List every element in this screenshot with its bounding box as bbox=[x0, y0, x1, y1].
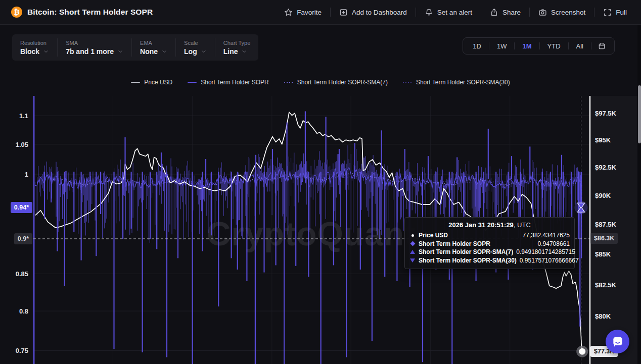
page-scrollbar[interactable] bbox=[637, 25, 641, 364]
tooltip-row: Short Term Holder SOPR-SMA(7)0.949180171… bbox=[409, 248, 570, 256]
right-axis[interactable]: $97.5K$95K$92.5K$90K$87.5K$85K$82.5K$80K… bbox=[589, 0, 641, 364]
legend-item-2[interactable]: Short Term Holder SOPR-SMA(7) bbox=[284, 79, 388, 86]
sopr-series-line bbox=[35, 168, 581, 207]
param-scale-dropdown[interactable]: ScaleLog bbox=[176, 34, 215, 61]
param-chart-type-dropdown[interactable]: Chart TypeLine bbox=[215, 34, 259, 61]
tooltip-row: Short Term Holder SOPR0.94708661 bbox=[409, 240, 570, 248]
action-favorite-button[interactable]: Favorite bbox=[283, 6, 323, 19]
tooltip-rows: Price USD77,382.43417625Short Term Holde… bbox=[409, 231, 570, 265]
tooltip-timezone: , UTC bbox=[514, 221, 531, 229]
param-value-text: Line bbox=[223, 47, 238, 56]
tooltip-series-value: 0.9491801714285715 bbox=[516, 248, 575, 256]
right-axis-tick: $92.5K bbox=[595, 164, 616, 171]
dashboard-add-icon bbox=[339, 8, 348, 17]
param-value: None bbox=[140, 47, 167, 56]
left-axis-tick: 0.8 bbox=[19, 307, 28, 315]
tooltip-series-value: 0.94708661 bbox=[538, 240, 570, 248]
action-label: Set an alert bbox=[437, 9, 472, 16]
legend-label: Short Term Holder SOPR-SMA(30) bbox=[416, 79, 510, 86]
header-actions: FavoriteAdd to DashboardSet an alertShar… bbox=[283, 6, 628, 19]
action-screenshot-button[interactable]: Screenshot bbox=[537, 6, 586, 19]
chart-tooltip: 2026 Jan 31 20:51:29, UTC Price USD77,38… bbox=[404, 217, 575, 269]
legend-swatch bbox=[188, 82, 197, 83]
param-value-text: Block bbox=[20, 47, 39, 56]
legend-item-3[interactable]: Short Term Holder SOPR-SMA(30) bbox=[403, 79, 510, 86]
legend-item-1[interactable]: Short Term Holder SOPR bbox=[188, 79, 269, 86]
tooltip-series-name: Short Term Holder SOPR-SMA(7) bbox=[419, 248, 513, 256]
param-value: Line bbox=[223, 47, 251, 56]
hourglass-cursor-icon bbox=[578, 203, 585, 212]
param-value: 7b and 1 more bbox=[66, 47, 123, 56]
right-axis-tick: $95K bbox=[595, 136, 611, 144]
legend-swatch bbox=[403, 82, 412, 83]
param-value-text: None bbox=[140, 47, 158, 56]
header-divider bbox=[481, 8, 481, 17]
right-axis-tick: $90K bbox=[595, 192, 611, 199]
left-axis-tick: 0.85 bbox=[16, 270, 28, 278]
param-label: EMA bbox=[140, 40, 167, 46]
range-1d-button[interactable]: 1D bbox=[465, 38, 489, 54]
price-last-marker bbox=[579, 348, 585, 355]
calendar-icon bbox=[598, 42, 606, 50]
param-resolution-dropdown[interactable]: ResolutionBlock bbox=[12, 34, 57, 61]
caret-down-icon bbox=[161, 48, 167, 55]
param-ema-dropdown[interactable]: EMANone bbox=[132, 34, 175, 61]
header-divider bbox=[416, 8, 416, 17]
legend-swatch bbox=[284, 82, 293, 83]
dot-marker-icon bbox=[409, 234, 416, 237]
right-axis-tick: $87.5K bbox=[595, 221, 616, 228]
param-label: Chart Type bbox=[223, 40, 251, 46]
left-axis-tick: 1 bbox=[25, 171, 28, 178]
param-label: Resolution bbox=[20, 40, 49, 46]
param-value: Log bbox=[184, 47, 207, 56]
left-axis-badge-current: 0.94* bbox=[11, 202, 32, 213]
share-icon bbox=[490, 8, 498, 17]
chart-title-group: ₿ Bitcoin: Short Term Holder SOPR bbox=[11, 7, 153, 18]
action-label: Add to Dashboard bbox=[352, 9, 407, 16]
left-axis-tick: 0.75 bbox=[16, 347, 28, 354]
action-share-button[interactable]: Share bbox=[489, 6, 522, 19]
page-title: Bitcoin: Short Term Holder SOPR bbox=[27, 8, 153, 17]
caret-down-icon bbox=[241, 48, 247, 55]
legend-swatch bbox=[131, 82, 140, 83]
range-ytd-button[interactable]: YTD bbox=[540, 38, 568, 54]
tooltip-series-name: Short Term Holder SOPR-SMA(30) bbox=[419, 256, 517, 265]
param-value-text: Log bbox=[184, 47, 197, 56]
scrollbar-thumb[interactable] bbox=[638, 85, 641, 143]
tooltip-row: Short Term Holder SOPR-SMA(30)0.95175710… bbox=[409, 256, 570, 265]
calendar-button[interactable] bbox=[591, 42, 612, 50]
tooltip-row: Price USD77,382.43417625 bbox=[409, 231, 570, 240]
tooltip-title: 2026 Jan 31 20:51:29, UTC bbox=[409, 221, 570, 229]
header-divider bbox=[594, 8, 594, 17]
legend-label: Short Term Holder SOPR bbox=[201, 79, 269, 86]
legend-item-0[interactable]: Price USD bbox=[131, 79, 172, 86]
time-range-selector: 1D1W1MYTDAll bbox=[463, 37, 615, 55]
tooltip-timestamp: 2026 Jan 31 20:51:29 bbox=[448, 221, 514, 229]
app-root: ₿ Bitcoin: Short Term Holder SOPR Favori… bbox=[0, 0, 641, 364]
header-bar: ₿ Bitcoin: Short Term Holder SOPR Favori… bbox=[0, 0, 641, 25]
caret-down-icon bbox=[201, 48, 207, 55]
tooltip-series-value: 0.9517571076666667 bbox=[520, 256, 579, 265]
range-all-button[interactable]: All bbox=[569, 38, 591, 54]
range-1m-button[interactable]: 1M bbox=[515, 38, 539, 54]
action-add-to-dashboard-button[interactable]: Add to Dashboard bbox=[338, 6, 408, 19]
tooltip-series-value: 77,382.43417625 bbox=[523, 231, 570, 240]
param-value: Block bbox=[20, 47, 49, 56]
triangle-down-marker-icon bbox=[409, 258, 416, 263]
sopr-sma7-line bbox=[51, 172, 582, 206]
chat-widget-button[interactable] bbox=[606, 330, 629, 353]
action-full-button[interactable]: Full bbox=[602, 6, 628, 19]
right-axis-badge-crosshair: $86.3K bbox=[590, 233, 618, 244]
action-label: Share bbox=[502, 9, 521, 16]
right-axis-tick: $82.5K bbox=[595, 281, 616, 288]
action-set-an-alert-button[interactable]: Set an alert bbox=[424, 6, 473, 19]
param-sma-dropdown[interactable]: SMA7b and 1 more bbox=[58, 34, 131, 61]
camera-icon bbox=[538, 8, 547, 17]
param-label: SMA bbox=[66, 40, 123, 46]
caret-down-icon bbox=[43, 48, 49, 55]
sopr-sma30-line bbox=[82, 175, 582, 204]
header-divider bbox=[529, 8, 530, 17]
range-1w-button[interactable]: 1W bbox=[489, 38, 515, 54]
right-axis-tick: $80K bbox=[595, 313, 611, 320]
left-axis-badge-crosshair: 0.9* bbox=[14, 233, 32, 244]
